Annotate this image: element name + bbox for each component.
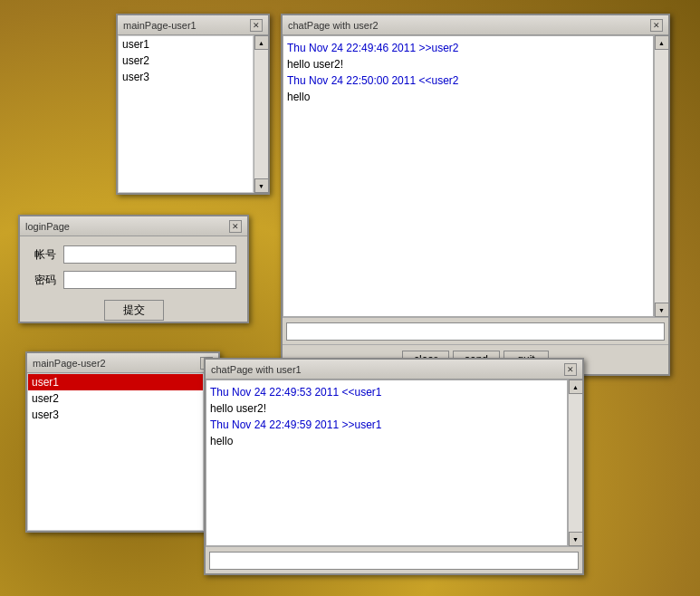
scroll-up-button[interactable]: ▲ [655,35,669,50]
scroll-track[interactable] [655,50,668,303]
list-item[interactable]: user2 [28,390,203,407]
chat-page-user1: chatPage with user1 ✕ Thu Nov 24 22:49:5… [204,358,584,575]
password-label: 密码 [31,273,56,288]
chat-page-inner: Thu Nov 24 22:49:46 2011 >>user2 hello u… [283,35,668,374]
list-item[interactable]: user1 [28,374,203,390]
scroll-down-button[interactable]: ▼ [655,303,669,317]
login-title: loginPage [25,221,70,232]
close-icon: ✕ [653,21,660,30]
scroll-up-icon: ▲ [658,40,665,46]
login-close-button[interactable]: ✕ [229,220,242,233]
chat-bottom-main: Thu Nov 24 22:49:53 2011 <<user1 hello u… [206,380,582,546]
list-item[interactable]: user1 [119,36,253,53]
message-row: Thu Nov 24 22:49:46 2011 >>user2 [287,40,649,56]
chat-main-area: Thu Nov 24 22:49:46 2011 >>user2 hello u… [283,35,668,317]
password-row: 密码 [31,271,236,289]
submit-button[interactable]: 提交 [104,300,164,321]
login-form: 帐号 密码 提交 [20,236,247,330]
main-user2-titlebar: mainPage-user2 ✕ [27,353,218,373]
account-label: 帐号 [31,247,56,263]
message-text-row: hello [287,89,649,105]
main-user1-titlebar: mainPage-user1 ✕ [118,15,268,35]
scroll-up-icon: ▲ [258,40,264,46]
chat-bottom-input[interactable] [209,552,579,570]
list-item[interactable]: user3 [28,407,203,423]
scroll-track[interactable] [254,50,268,178]
main-page-user2: mainPage-user2 ✕ user1 user2 user3 ▲ ▼ [25,351,220,533]
message-text: hello [210,435,233,447]
chat-titlebar: chatPage with user2 ✕ [283,15,668,35]
chat-bottom-inner: Thu Nov 24 22:49:53 2011 <<user1 hello u… [206,380,582,573]
message-text: hello user2! [210,402,266,415]
message-text: hello user2! [287,58,343,71]
main-user1-list: user1 user2 user3 [118,35,254,193]
scroll-track[interactable] [569,394,582,532]
message-text-row: hello user2! [287,56,649,72]
submit-row: 提交 [31,300,236,321]
account-row: 帐号 [31,245,236,264]
message-meta: Thu Nov 24 22:49:59 2011 >>user1 [210,418,381,431]
close-icon: ✕ [253,21,260,30]
scroll-down-button[interactable]: ▼ [569,532,583,546]
main-user1-close-button[interactable]: ✕ [250,19,263,32]
scroll-down-button[interactable]: ▼ [254,178,269,193]
main-user1-scrollbar: ▲ ▼ [254,35,268,193]
list-item[interactable]: user2 [119,53,253,69]
message-meta: Thu Nov 24 22:50:00 2011 <<user2 [287,74,458,87]
scroll-down-icon: ▼ [658,307,665,313]
chat-messages: Thu Nov 24 22:49:46 2011 >>user2 hello u… [283,35,654,317]
message-text-row: hello [210,433,563,449]
message-row: Thu Nov 24 22:49:53 2011 <<user1 [210,384,563,400]
close-icon: ✕ [232,222,239,231]
chat-input-row [283,317,668,344]
chat-bottom-messages: Thu Nov 24 22:49:53 2011 <<user1 hello u… [206,380,568,546]
login-titlebar: loginPage ✕ [20,216,247,236]
message-text: hello [287,91,310,103]
chat-title: chatPage with user2 [288,20,379,31]
scroll-up-icon: ▲ [572,384,579,390]
chat-close-button[interactable]: ✕ [650,19,663,32]
list-item[interactable]: user3 [119,69,253,85]
chat-bottom-close-button[interactable]: ✕ [564,363,577,376]
main-user2-title: mainPage-user2 [33,358,106,369]
chat-scrollbar: ▲ ▼ [654,35,668,317]
scroll-down-icon: ▼ [572,536,579,543]
chat-page-user2: chatPage with user2 ✕ Thu Nov 24 22:49:4… [281,14,670,376]
chat-bottom-scrollbar: ▲ ▼ [568,380,582,546]
chat-input[interactable] [286,322,665,341]
chat-bottom-titlebar: chatPage with user1 ✕ [206,360,582,380]
main-page-user1: mainPage-user1 ✕ user1 user2 user3 ▲ ▼ [116,14,270,195]
message-meta: Thu Nov 24 22:49:46 2011 >>user2 [287,42,458,54]
main-user1-title: mainPage-user1 [123,20,197,31]
chat-bottom-title: chatPage with user1 [211,364,302,375]
message-row: Thu Nov 24 22:50:00 2011 <<user2 [287,72,649,89]
account-input[interactable] [63,245,236,264]
chat-bottom-input-row [206,546,582,573]
password-input[interactable] [63,271,236,289]
message-meta: Thu Nov 24 22:49:53 2011 <<user1 [210,386,381,399]
scroll-up-button[interactable]: ▲ [254,35,269,50]
main-user2-list: user1 user2 user3 [27,373,204,531]
scroll-up-button[interactable]: ▲ [569,380,583,394]
login-page: loginPage ✕ 帐号 密码 提交 [18,215,249,323]
message-text-row: hello user2! [210,400,563,417]
close-icon: ✕ [567,365,574,374]
message-row: Thu Nov 24 22:49:59 2011 >>user1 [210,417,563,433]
scroll-down-icon: ▼ [258,183,264,189]
